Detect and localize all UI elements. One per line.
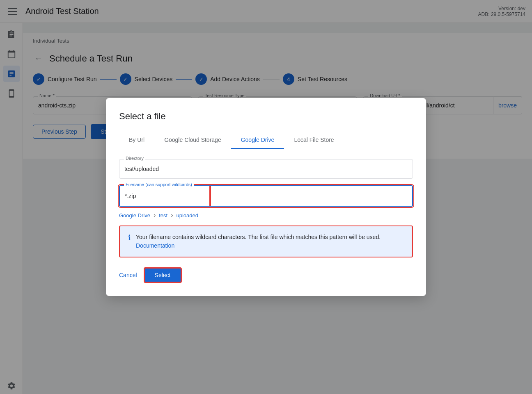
info-box: ℹ Your filename contains wildcard charac… [119, 225, 413, 257]
tab-local-file[interactable]: Local File Store [284, 132, 344, 149]
documentation-link[interactable]: Documentation [136, 242, 174, 249]
filename-input-right[interactable] [211, 186, 412, 206]
modal-cancel-button[interactable]: Cancel [119, 272, 137, 278]
info-icon: ℹ [128, 233, 131, 242]
select-file-modal: Select a file By Url Google Cloud Storag… [106, 98, 426, 296]
tab-google-drive[interactable]: Google Drive [231, 132, 284, 149]
modal-select-button[interactable]: Select [144, 267, 182, 283]
modal-title: Select a file [119, 111, 413, 122]
file-path-breadcrumb: Google Drive › test › uploaded [119, 212, 413, 219]
breadcrumb-path1[interactable]: test [159, 212, 167, 219]
sep-1: › [154, 212, 156, 219]
directory-label: Directory [124, 156, 145, 161]
modal-overlay: Select a file By Url Google Cloud Storag… [0, 0, 532, 394]
tab-google-cloud[interactable]: Google Cloud Storage [154, 132, 231, 149]
filename-input[interactable] [120, 186, 210, 206]
breadcrumb-root[interactable]: Google Drive [119, 212, 150, 219]
modal-buttons: Cancel Select [119, 267, 413, 283]
filename-label: Filename (can support wildcards) [124, 182, 194, 187]
breadcrumb-path2[interactable]: uploaded [177, 212, 199, 219]
filename-field: Filename (can support wildcards) [119, 185, 413, 207]
sep-2: › [171, 212, 173, 219]
info-text: Your filename contains wildcard characte… [136, 233, 404, 250]
filename-left [120, 186, 211, 206]
tab-by-url[interactable]: By Url [119, 132, 154, 149]
directory-field: Directory [119, 159, 413, 179]
directory-input[interactable] [119, 159, 413, 179]
modal-tabs: By Url Google Cloud Storage Google Drive… [119, 132, 413, 149]
